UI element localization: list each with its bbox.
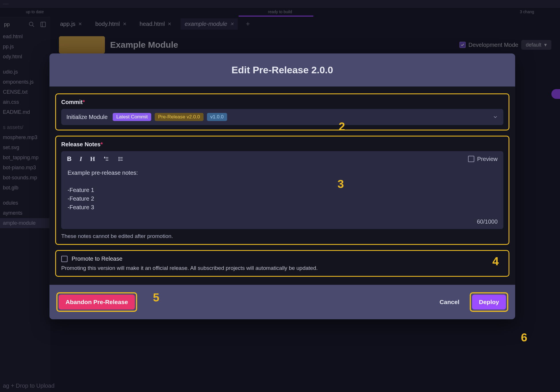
modal-header: Edit Pre-Release 2.0.0 [49,53,515,87]
badge-prerelease: Pre-Release v2.0.0 [155,113,204,121]
modal-footer: Abandon Pre-Release 5 Cancel Deploy [49,285,515,319]
tab-label: body.html [95,21,120,27]
callout-3: 3 [337,178,344,191]
notes-editor: B I H 1 Preview Example pre-release note… [61,151,503,229]
badge-latest-commit: Latest Commit [113,113,151,121]
close-icon[interactable]: ✕ [168,21,171,27]
deploy-button[interactable]: Deploy [472,295,506,310]
app-label: pp [4,22,10,28]
dev-mode-checkbox[interactable] [459,42,466,48]
svg-point-0 [29,22,33,26]
char-count: 60/1000 [61,217,503,229]
nav-item[interactable]: odules [0,198,50,208]
tab-label: example-module [185,21,227,27]
file-item[interactable]: bot.glb [0,183,50,193]
collapse-icon[interactable] [40,21,46,28]
file-item[interactable]: omponents.js [0,77,50,87]
tab-example-module[interactable]: example-module✕ [181,18,238,30]
file-item[interactable]: bot-piano.mp3 [0,163,50,173]
tab-bodyhtml[interactable]: body.html✕ [91,18,130,30]
badge-version: v1.0.0 [207,113,227,121]
notes-textarea[interactable]: Example pre-release notes: -Feature 1 -F… [61,167,503,217]
commit-section: Commit* Initialize Module Latest Commit … [55,93,509,130]
file-item[interactable]: udio.js [0,67,50,77]
callout-6: 6 [521,331,527,344]
close-icon[interactable]: ✕ [78,21,82,27]
config-dropdown[interactable]: default▾ [521,40,551,50]
folder-icon [59,36,105,53]
status-center: ready to build [268,9,292,14]
tab-label: app.js [60,21,75,27]
dropdown-value: default [526,42,541,48]
promote-checkbox[interactable] [61,256,68,262]
folder-label[interactable]: s assets/ [0,122,50,132]
callout-5: 5 [153,291,159,304]
search-icon[interactable] [28,21,35,28]
file-item[interactable]: ead.html [0,32,50,42]
ordered-list-button[interactable]: 1 [103,156,110,162]
highlight-deploy: Deploy [470,292,508,312]
file-item[interactable]: ain.css [0,97,50,107]
edit-prerelease-modal: Edit Pre-Release 2.0.0 Commit* Initializ… [49,53,515,319]
commit-dropdown[interactable]: Initialize Module Latest Commit Pre-Rele… [61,109,503,125]
release-notes-section: Release Notes* B I H 1 Preview Example p… [55,136,509,245]
tab-headhtml[interactable]: head.html✕ [136,18,176,30]
italic-button[interactable]: I [80,155,82,163]
right-handle[interactable] [551,89,560,99]
svg-point-12 [118,159,119,159]
cancel-button[interactable]: Cancel [433,295,466,310]
file-item[interactable]: pp.js [0,42,50,52]
top-pill [3,3,9,5]
new-tab-button[interactable]: + [243,20,253,28]
highlight-abandon: Abandon Pre-Release [56,292,137,312]
bold-button[interactable]: B [67,155,72,163]
file-item[interactable]: bot_tapping.mp [0,153,50,163]
modal-title: Edit Pre-Release 2.0.0 [55,64,509,76]
svg-text:1: 1 [104,157,105,158]
commit-label: Commit* [61,99,503,105]
chevron-down-icon [492,114,498,120]
dev-mode-label: Development Mode [469,42,518,48]
tab-label: head.html [140,21,165,27]
abandon-button[interactable]: Abandon Pre-Release [59,295,135,310]
editor-toolbar: B I H 1 Preview [61,151,503,167]
callout-2: 2 [339,120,345,133]
svg-point-11 [118,157,119,158]
svg-rect-2 [41,22,46,27]
tab-appjs[interactable]: app.js✕ [56,18,86,30]
notes-help-text: These notes cannot be edited after promo… [61,233,503,239]
promote-section: Promote to Release Promoting this versio… [55,250,509,277]
file-item[interactable]: bot-sounds.mp [0,173,50,183]
preview-checkbox[interactable] [468,156,474,162]
preview-label: Preview [477,156,498,162]
upload-hint: ag + Drop to Upload [3,383,55,389]
promote-label: Promote to Release [72,255,122,262]
file-item[interactable]: CENSE.txt [0,87,50,97]
nav-item[interactable]: ample-module [0,218,50,228]
release-notes-label: Release Notes* [61,141,503,148]
heading-button[interactable]: H [90,155,95,163]
status-left: up to date [26,9,44,14]
close-icon[interactable]: ✕ [230,21,234,27]
svg-point-13 [118,160,119,161]
close-icon[interactable]: ✕ [123,21,126,27]
svg-line-1 [32,25,34,27]
commit-message: Initialize Module [66,114,108,120]
file-sidebar: pp ead.html pp.js ody.html udio.js ompon… [0,17,50,392]
status-right: 3 chang [520,9,534,14]
module-title: Example Module [110,40,178,50]
nav-item[interactable]: ayments [0,208,50,218]
file-item[interactable]: mosphere.mp3 [0,132,50,143]
chevron-down-icon: ▾ [544,42,547,48]
bullet-list-button[interactable] [118,156,124,162]
promote-description: Promoting this version will make it an o… [61,265,503,271]
tabs-row: app.js✕ body.html✕ head.html✕ example-mo… [50,17,560,31]
file-item[interactable]: set.svg [0,143,50,153]
callout-4: 4 [492,255,499,268]
file-item[interactable]: ody.html [0,52,50,62]
file-item[interactable]: EADME.md [0,107,50,117]
